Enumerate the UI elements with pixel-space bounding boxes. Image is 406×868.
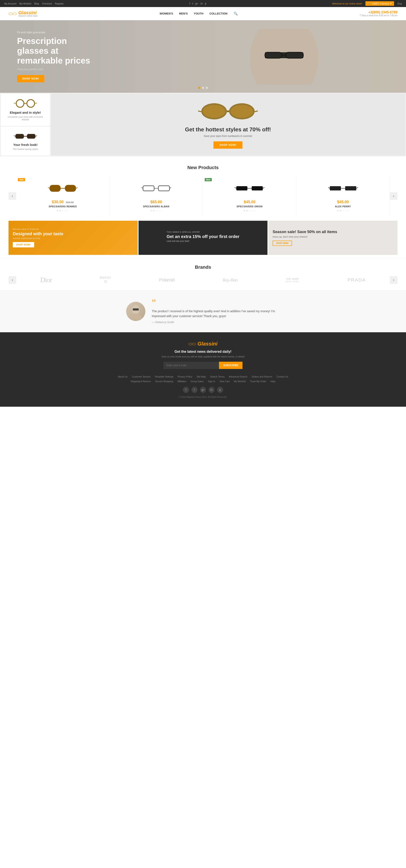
search-icon[interactable]: 🔍 — [234, 11, 238, 16]
linkedin-icon[interactable]: in — [200, 2, 203, 5]
footer-link-orders[interactable]: Orders and Returns — [252, 375, 272, 378]
phone-number: +3(800) 2345-6789 — [368, 10, 398, 14]
footer-link-mywishlist[interactable]: My Wishlist — [234, 380, 246, 382]
footer-linkedin-icon[interactable]: in — [208, 387, 214, 393]
product-card-2: $65.00 SPECSAVERS ALBAN ★★☆☆☆ — [110, 176, 203, 216]
footer-copyright: © 2016 Magento Demo Store. All Rights Re… — [8, 396, 398, 398]
link-my-account[interactable]: My Account — [4, 2, 17, 5]
footer-tagline: Get the latest news delivered daily! — [8, 350, 398, 353]
svg-line-13 — [14, 136, 16, 136]
footer-twitter-icon[interactable]: t — [192, 387, 198, 393]
footer-link-about[interactable]: About Us — [118, 375, 127, 378]
brands-prev-button[interactable]: ‹ — [8, 276, 16, 284]
svg-point-18 — [231, 105, 253, 118]
svg-line-21 — [255, 111, 258, 112]
footer-link-sitemap[interactable]: Site Map — [197, 375, 206, 378]
link-register[interactable]: Register — [55, 2, 64, 5]
footer-link-affiliates[interactable]: Affiliates — [177, 380, 186, 382]
hero-dot-3[interactable] — [206, 87, 208, 89]
twitter-icon[interactable]: t — [192, 2, 193, 5]
footer-email-input[interactable] — [164, 362, 219, 369]
footer-link-privacy[interactable]: Privacy Policy — [178, 375, 192, 378]
svg-rect-37 — [330, 186, 341, 190]
testimonial-author: — Rebecca Smith — [152, 320, 280, 324]
brand-katespade-sub: NEW YORK — [286, 280, 299, 283]
svg-point-5 — [16, 100, 24, 107]
footer-subscribe-button[interactable]: SUBSCRIBE — [219, 362, 243, 369]
footer-link-contact[interactable]: Contact Us — [277, 375, 288, 378]
footer-link-customer-service[interactable]: Customer Service — [132, 375, 150, 378]
footer-link-advanced-search[interactable]: Advanced Search — [229, 375, 248, 378]
product-name-3: SPECSAVERS ORION — [206, 205, 293, 208]
carousel-prev-button[interactable]: ‹ — [8, 192, 16, 200]
banner-orange: BRAND NEW EYEWEAR! Designed with your ta… — [8, 221, 138, 255]
footer-link-signin[interactable]: Sign In — [208, 380, 215, 382]
banner-dark: This week's special offer Get an extra 1… — [139, 221, 268, 255]
footer-link-help[interactable]: Help — [270, 380, 276, 382]
footer-link-shipping[interactable]: Shipping & Returns — [130, 380, 151, 382]
carousel-next-button[interactable]: › — [390, 192, 398, 200]
banner-light-content: Season sale! Save 50% on all items Hurry… — [272, 230, 337, 246]
svg-point-43 — [130, 313, 142, 320]
nav-youth[interactable]: YOUTH — [194, 12, 204, 15]
brand-dior[interactable]: Dior — [40, 276, 52, 284]
svg-rect-28 — [158, 186, 170, 191]
brand-rayban[interactable]: Ray-Ban — [223, 277, 238, 283]
link-blog[interactable]: Blog — [34, 2, 39, 5]
brand-gucci-container[interactable]: GUCCI ⊙ — [100, 276, 111, 284]
brand-prada[interactable]: PRADA — [348, 277, 366, 283]
nav-womens[interactable]: WOMEN'S — [160, 12, 173, 15]
svg-line-26 — [76, 187, 78, 188]
facebook-icon[interactable]: f — [189, 2, 190, 5]
hero-title: Prescription glasses at remarkable price… — [17, 36, 98, 65]
svg-rect-11 — [27, 134, 35, 138]
footer-facebook-icon[interactable]: f — [183, 387, 189, 393]
nav-collection[interactable]: COLLECTION — [209, 12, 228, 15]
footer-link-view-cart[interactable]: View Cart — [220, 380, 229, 382]
googleplus-icon[interactable]: g+ — [195, 2, 199, 5]
footer-googleplus-icon[interactable]: g+ — [200, 387, 206, 393]
brand-katespade: kate spade — [286, 277, 299, 280]
product-price-2: $65.00 — [113, 200, 200, 204]
banner-orange-sub: summer expressions in mind — [13, 237, 63, 240]
promo-shop-button[interactable]: SHOP NOW! — [213, 142, 242, 149]
banner-orange-btn[interactable]: SHOP NOW! — [13, 242, 34, 247]
brand-katespade-container[interactable]: kate spade NEW YORK — [286, 277, 299, 282]
svg-rect-44 — [133, 308, 139, 311]
brand-gucci-label: GUCCI — [100, 276, 111, 279]
footer-link-secure[interactable]: Secure Shopping — [155, 380, 173, 382]
footer-link-search-terms[interactable]: Search Terms — [210, 375, 225, 378]
banner-light-btn[interactable]: SHOP NOW! — [272, 241, 292, 246]
product-image-3 — [206, 180, 293, 197]
products-carousel: ‹ Sale $30.00 $34.00 SPECSAV — [8, 176, 398, 216]
svg-rect-33 — [252, 186, 263, 190]
promo-box-elegant[interactable]: Elegant and in style! Complete your look… — [1, 94, 50, 126]
brand-polaroid[interactable]: Polaroid — [159, 277, 175, 283]
link-wishlist[interactable]: My Wishlist — [20, 2, 31, 5]
promo-elegant-sub: Complete your look with exclusive brands — [6, 116, 45, 121]
footer-link-group-sales[interactable]: Group Sales — [191, 380, 204, 382]
logo[interactable]: ⬭⬭ Glassini Glasses online store — [8, 10, 38, 17]
hero-shop-button[interactable]: SHOP NOW! — [17, 75, 44, 82]
nav-mens[interactable]: MEN'S — [179, 12, 188, 15]
footer-pinterest-icon[interactable]: p — [217, 387, 223, 393]
product-old-price-1: $34.00 — [66, 201, 74, 204]
hero-dot-1[interactable] — [198, 87, 200, 89]
promo-glasses-fresh — [14, 132, 37, 140]
footer-link-template-settings[interactable]: Template Settings — [155, 375, 173, 378]
product-stars-3: ★★☆☆☆ — [206, 209, 293, 212]
svg-rect-23 — [65, 185, 76, 192]
brands-next-button[interactable]: › — [390, 276, 398, 284]
cart-button[interactable]: 🛒 CART 0 item(s) ▾ — [366, 1, 394, 6]
pinterest-icon[interactable]: p — [205, 2, 206, 5]
footer-link-track-order[interactable]: Track My Order — [250, 380, 266, 382]
promo-box-fresh[interactable]: Your fresh look! The hottest spring styl… — [1, 127, 50, 155]
hero-dot-2[interactable] — [202, 87, 204, 89]
language-selector[interactable]: Eng — [398, 2, 402, 5]
link-checkout[interactable]: Checkout — [42, 2, 52, 5]
hero-subtitle: Find your perfect pair — [17, 68, 98, 71]
banner-orange-tag: BRAND NEW EYEWEAR! — [13, 228, 63, 230]
svg-rect-32 — [236, 186, 248, 190]
product-image-1 — [20, 180, 106, 197]
product-image-2 — [113, 180, 200, 197]
